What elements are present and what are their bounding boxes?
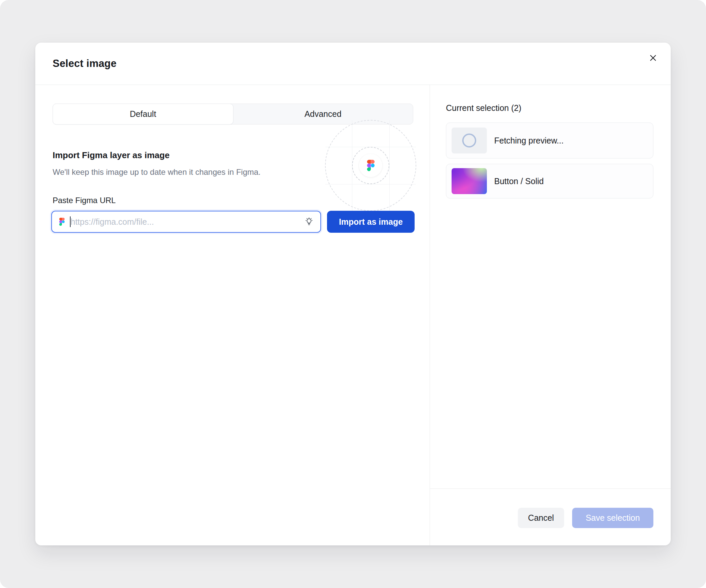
figma-logo-icon bbox=[359, 154, 382, 177]
figma-url-label: Paste Figma URL bbox=[53, 196, 116, 205]
import-panel: Default Advanced bbox=[35, 85, 430, 545]
save-selection-button[interactable]: Save selection bbox=[572, 508, 653, 528]
figma-url-input[interactable] bbox=[71, 217, 304, 227]
gradient-thumbnail bbox=[452, 168, 487, 194]
spinner-icon bbox=[462, 133, 476, 148]
import-section-heading: Import Figma layer as image bbox=[53, 150, 169, 160]
close-button[interactable] bbox=[645, 51, 661, 66]
cancel-button[interactable]: Cancel bbox=[518, 508, 564, 528]
dialog-footer: Cancel Save selection bbox=[430, 488, 671, 545]
screen-background: Select image Default Advanced bbox=[0, 0, 706, 588]
selection-item-label: Fetching preview... bbox=[494, 136, 563, 146]
selection-item-fetching[interactable]: Fetching preview... bbox=[446, 122, 653, 158]
tabs: Default Advanced bbox=[53, 104, 413, 124]
dialog-header: Select image bbox=[35, 43, 671, 85]
import-section-description: We'll keep this image up to date when it… bbox=[53, 167, 261, 177]
figma-url-input-wrap[interactable] bbox=[51, 211, 321, 233]
tab-default[interactable]: Default bbox=[53, 104, 233, 124]
import-as-image-button[interactable]: Import as image bbox=[327, 211, 415, 233]
selection-panel: Current selection (2) Fetching preview..… bbox=[430, 85, 671, 545]
close-icon bbox=[648, 53, 658, 64]
loading-thumbnail bbox=[452, 127, 487, 154]
dashed-circle-outer bbox=[325, 120, 416, 211]
selection-item-button-solid[interactable]: Button / Solid bbox=[446, 164, 653, 198]
dashed-circle-inner bbox=[352, 147, 389, 184]
select-image-dialog: Select image Default Advanced bbox=[35, 43, 671, 545]
current-selection-title: Current selection (2) bbox=[446, 103, 521, 113]
figma-url-row: Import as image bbox=[51, 211, 415, 233]
selection-item-label: Button / Solid bbox=[494, 177, 544, 186]
lightbulb-icon[interactable] bbox=[304, 217, 314, 226]
page-title: Select image bbox=[53, 57, 117, 70]
tab-advanced[interactable]: Advanced bbox=[233, 104, 413, 124]
figma-logo-icon bbox=[59, 218, 65, 226]
